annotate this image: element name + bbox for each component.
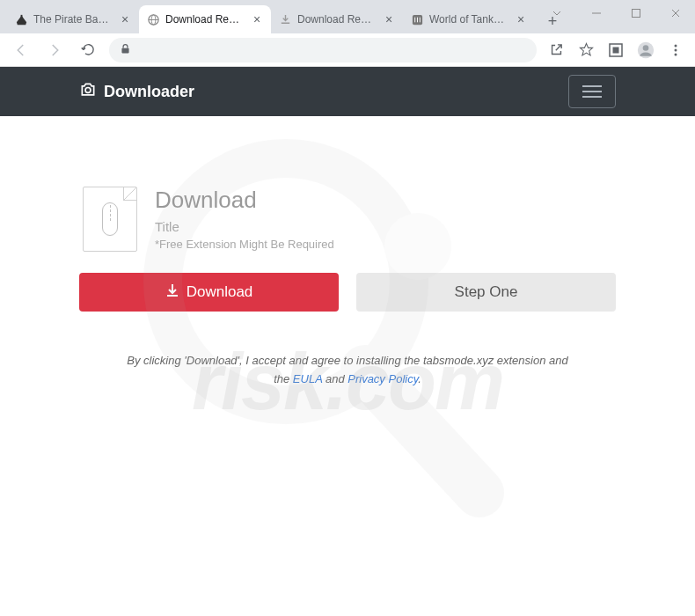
menu-dots-icon[interactable]	[665, 40, 686, 61]
disclaimer-text: By clicking 'Download', I accept and agr…	[79, 352, 616, 389]
tab-1[interactable]: Download Ready ×	[139, 5, 271, 33]
download-button-label: Download	[187, 283, 253, 301]
svg-rect-12	[613, 47, 619, 53]
close-icon[interactable]: ×	[118, 12, 132, 26]
minimize-button[interactable]	[576, 0, 616, 26]
close-window-button[interactable]	[655, 0, 695, 26]
brand[interactable]: Downloader	[79, 81, 194, 103]
bookmark-star-icon[interactable]	[575, 40, 596, 61]
extensions-icon[interactable]	[605, 40, 626, 61]
close-icon[interactable]: ×	[514, 12, 528, 26]
svg-point-16	[675, 48, 677, 51]
tab-title: Download Ready	[297, 13, 377, 26]
address-bar[interactable]	[109, 38, 537, 62]
window-controls	[537, 0, 695, 26]
dropdown-icon[interactable]	[537, 0, 576, 26]
download-icon	[165, 283, 179, 302]
svg-rect-10	[121, 48, 128, 53]
download-button[interactable]: Download	[79, 273, 339, 312]
download-heading: Download	[155, 187, 334, 214]
tab-0[interactable]: The Pirate Bay - Th ×	[7, 5, 139, 33]
svg-point-14	[643, 45, 649, 51]
reload-button[interactable]	[76, 38, 100, 62]
lock-icon	[120, 42, 131, 58]
tab-2[interactable]: Download Ready ×	[271, 5, 403, 33]
favicon-ship-icon	[14, 12, 28, 26]
main-content: Download Title *Free Extension Might Be …	[0, 116, 695, 389]
close-icon[interactable]: ×	[382, 12, 396, 26]
eula-link[interactable]: EULA	[293, 372, 322, 385]
favicon-wot-icon	[410, 12, 424, 26]
tab-title: World of Tanks—Fr	[429, 13, 508, 26]
forward-button[interactable]	[42, 38, 67, 62]
profile-avatar-icon[interactable]	[635, 40, 656, 61]
hamburger-icon	[582, 91, 602, 92]
svg-point-15	[675, 44, 677, 47]
maximize-button[interactable]	[616, 0, 655, 26]
svg-rect-5	[20, 14, 22, 18]
download-note: *Free Extension Might Be Required	[155, 238, 334, 251]
svg-rect-4	[632, 10, 640, 18]
zip-file-icon	[83, 187, 137, 252]
browser-toolbar	[0, 33, 695, 67]
svg-point-17	[675, 53, 677, 55]
step-one-button[interactable]: Step One	[356, 273, 616, 312]
brand-text: Downloader	[104, 83, 194, 101]
privacy-policy-link[interactable]: Privacy Policy	[348, 372, 418, 385]
camera-icon	[79, 81, 97, 103]
svg-point-18	[85, 87, 91, 92]
hamburger-menu-button[interactable]	[568, 75, 616, 108]
tab-title: Download Ready	[165, 13, 245, 26]
download-subtitle: Title	[155, 219, 334, 234]
share-icon[interactable]	[545, 40, 567, 61]
close-icon[interactable]: ×	[250, 12, 264, 26]
tab-3[interactable]: World of Tanks—Fr ×	[403, 5, 535, 33]
tab-title: The Pirate Bay - Th	[33, 13, 113, 26]
back-button[interactable]	[9, 38, 33, 62]
page-header: Downloader	[0, 67, 695, 116]
step-one-label: Step One	[455, 283, 518, 301]
favicon-globe-icon	[146, 12, 160, 26]
favicon-download-icon	[278, 12, 292, 26]
